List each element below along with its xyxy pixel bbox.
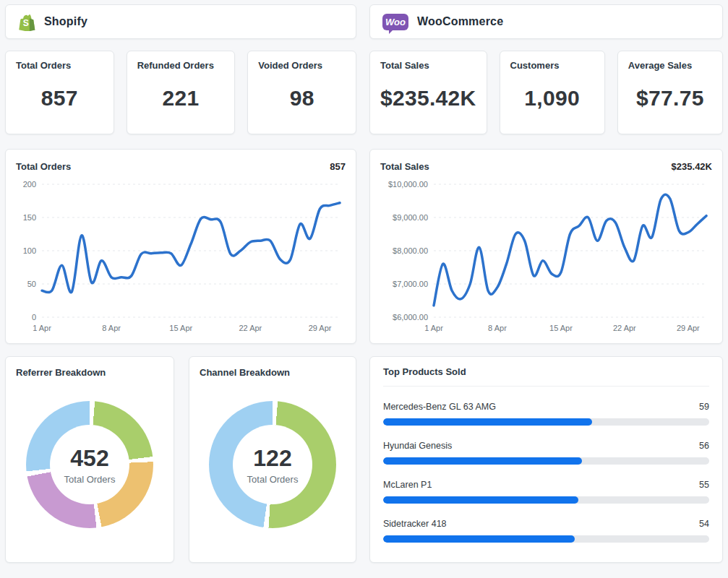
product-value: 56 bbox=[699, 441, 709, 451]
product-bar-track bbox=[383, 457, 709, 465]
chart-title: Total Orders bbox=[16, 161, 71, 172]
stat-value: 1,090 bbox=[510, 71, 594, 125]
product-row: Sidetracker 418 54 bbox=[383, 519, 709, 543]
stat-card-total-orders: Total Orders 857 bbox=[5, 51, 114, 134]
stat-label: Customers bbox=[510, 60, 594, 71]
svg-text:0: 0 bbox=[32, 313, 36, 322]
chart-header-value: $235.42K bbox=[672, 161, 712, 172]
stat-label: Voided Orders bbox=[258, 60, 346, 71]
woocommerce-column: Woo WooCommerce Total Sales $235.42K Cus… bbox=[369, 4, 723, 563]
referrer-breakdown-card: Referrer Breakdown 452 Total Orders bbox=[5, 356, 174, 563]
total-sales-line-chart: $10,000.00$9,000.00$8,000.00$7,000.00$6,… bbox=[380, 174, 712, 336]
product-bar-fill bbox=[383, 496, 578, 504]
svg-text:$8,000.00: $8,000.00 bbox=[393, 246, 428, 255]
stat-label: Refunded Orders bbox=[137, 60, 225, 71]
svg-text:22 Apr: 22 Apr bbox=[613, 324, 636, 332]
woocommerce-icon: Woo bbox=[382, 14, 408, 30]
channel-donut-chart: 122 Total Orders bbox=[209, 401, 336, 528]
shopify-title: Shopify bbox=[44, 15, 87, 28]
product-row: Mercedes-Benz GL 63 AMG 59 bbox=[383, 402, 709, 426]
stat-value: $235.42K bbox=[380, 71, 476, 125]
svg-text:150: 150 bbox=[23, 213, 36, 222]
svg-text:29 Apr: 29 Apr bbox=[309, 324, 332, 332]
stat-card-total-sales: Total Sales $235.42K bbox=[369, 51, 487, 134]
shopify-icon-letter: S bbox=[23, 18, 29, 28]
stat-value: 221 bbox=[137, 71, 225, 125]
stat-value: $77.75 bbox=[628, 71, 712, 125]
product-bar-fill bbox=[383, 418, 592, 426]
svg-text:15 Apr: 15 Apr bbox=[169, 324, 192, 332]
product-row: McLaren P1 55 bbox=[383, 480, 709, 504]
product-bar-fill bbox=[383, 457, 582, 465]
svg-text:$6,000.00: $6,000.00 bbox=[393, 313, 428, 322]
svg-text:1 Apr: 1 Apr bbox=[424, 324, 443, 332]
total-orders-line-chart: 2001501005001 Apr8 Apr15 Apr22 Apr29 Apr bbox=[16, 174, 346, 336]
product-bar-track bbox=[383, 535, 709, 543]
stat-value: 857 bbox=[16, 71, 103, 125]
donut-title: Channel Breakdown bbox=[200, 367, 346, 378]
dashboard-page: S Shopify Total Orders 857 Refunded Orde… bbox=[0, 0, 728, 567]
product-row: Hyundai Genesis 56 bbox=[383, 441, 709, 465]
product-name: Mercedes-Benz GL 63 AMG bbox=[383, 402, 496, 412]
channel-breakdown-card: Channel Breakdown 122 Total Orders bbox=[189, 356, 356, 563]
total-orders-chart-card: Total Orders 857 2001501005001 Apr8 Apr1… bbox=[5, 149, 356, 344]
product-name: Sidetracker 418 bbox=[383, 519, 447, 529]
shopify-column: S Shopify Total Orders 857 Refunded Orde… bbox=[5, 4, 356, 563]
woocommerce-title: WooCommerce bbox=[417, 15, 503, 28]
donut-total-label: Total Orders bbox=[64, 474, 116, 485]
product-name: Hyundai Genesis bbox=[383, 441, 452, 451]
donut-total: 452 bbox=[70, 445, 108, 472]
donut-total-label: Total Orders bbox=[247, 474, 299, 485]
chart-header: Total Orders 857 bbox=[16, 158, 346, 174]
chart-header-value: 857 bbox=[330, 161, 346, 172]
top-products-card: Top Products Sold Mercedes-Benz GL 63 AM… bbox=[369, 356, 723, 563]
woocommerce-header-card: Woo WooCommerce bbox=[369, 4, 723, 39]
stat-card-average-sales: Average Sales $77.75 bbox=[617, 51, 723, 134]
stat-label: Total Sales bbox=[380, 60, 476, 71]
product-bar-track bbox=[383, 418, 709, 426]
svg-text:22 Apr: 22 Apr bbox=[239, 324, 262, 332]
referrer-donut-chart: 452 Total Orders bbox=[26, 401, 153, 528]
stat-card-voided-orders: Voided Orders 98 bbox=[247, 51, 356, 134]
chart-header: Total Sales $235.42K bbox=[380, 158, 712, 174]
product-value: 55 bbox=[699, 480, 709, 490]
svg-text:29 Apr: 29 Apr bbox=[677, 324, 700, 332]
donut-wrap: 122 Total Orders bbox=[200, 401, 346, 528]
product-value: 54 bbox=[699, 519, 709, 529]
svg-text:50: 50 bbox=[27, 280, 36, 288]
product-name: McLaren P1 bbox=[383, 480, 432, 490]
donut-hole: 122 Total Orders bbox=[233, 425, 312, 504]
shopify-icon: S bbox=[18, 12, 35, 31]
product-bar-track bbox=[383, 496, 709, 504]
shopify-breakdown-row: Referrer Breakdown 452 Total Orders Chan… bbox=[5, 356, 356, 563]
stat-card-refunded-orders: Refunded Orders 221 bbox=[127, 51, 236, 134]
woocommerce-icon-text: Woo bbox=[385, 17, 406, 27]
stat-label: Average Sales bbox=[628, 60, 712, 71]
shopify-stat-row: Total Orders 857 Refunded Orders 221 Voi… bbox=[5, 51, 356, 134]
svg-text:1 Apr: 1 Apr bbox=[33, 324, 51, 332]
svg-text:$9,000.00: $9,000.00 bbox=[393, 213, 428, 222]
svg-text:$10,000.00: $10,000.00 bbox=[388, 180, 428, 189]
svg-text:100: 100 bbox=[23, 246, 36, 255]
svg-text:15 Apr: 15 Apr bbox=[549, 324, 573, 332]
chart-title: Total Sales bbox=[380, 161, 429, 172]
svg-text:8 Apr: 8 Apr bbox=[102, 324, 121, 332]
donut-hole: 452 Total Orders bbox=[50, 425, 129, 504]
top-products-title: Top Products Sold bbox=[383, 366, 709, 387]
svg-text:8 Apr: 8 Apr bbox=[488, 324, 507, 332]
svg-text:$7,000.00: $7,000.00 bbox=[393, 280, 428, 288]
total-sales-chart-card: Total Sales $235.42K $10,000.00$9,000.00… bbox=[369, 149, 723, 344]
donut-total: 122 bbox=[253, 445, 291, 472]
stat-label: Total Orders bbox=[16, 60, 103, 71]
donut-wrap: 452 Total Orders bbox=[16, 401, 163, 528]
product-value: 59 bbox=[699, 402, 709, 412]
woocommerce-stat-row: Total Sales $235.42K Customers 1,090 Ave… bbox=[369, 51, 723, 134]
product-bar-fill bbox=[383, 535, 575, 543]
shopify-header-card: S Shopify bbox=[5, 4, 356, 39]
stat-card-customers: Customers 1,090 bbox=[500, 51, 605, 134]
donut-title: Referrer Breakdown bbox=[16, 367, 163, 378]
svg-text:200: 200 bbox=[23, 180, 36, 189]
stat-value: 98 bbox=[258, 71, 346, 125]
